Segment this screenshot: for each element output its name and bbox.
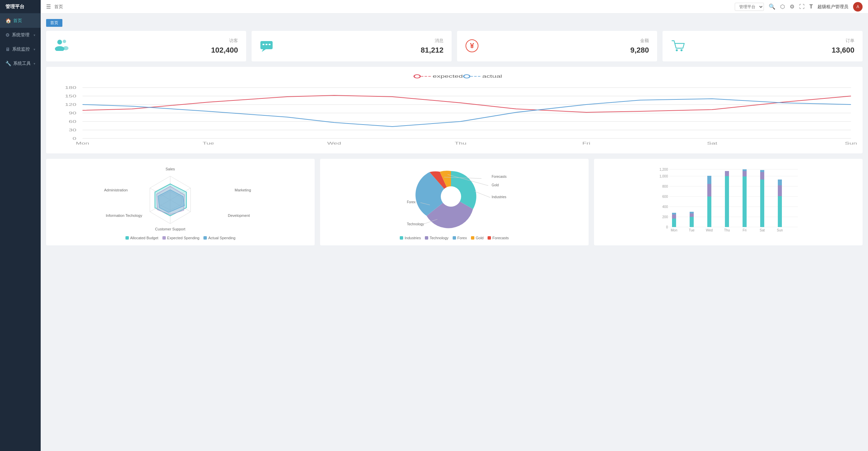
svg-text:Development: Development xyxy=(228,213,250,218)
visitors-info: 访客 102,400 xyxy=(75,38,238,55)
font-icon[interactable]: T xyxy=(809,4,813,10)
svg-text:180: 180 xyxy=(65,86,77,90)
svg-text:200: 200 xyxy=(662,215,668,219)
bar-chart: 0 200 400 600 800 1,000 1,200 xyxy=(599,164,857,232)
legend-forecasts: Forecasts xyxy=(488,236,509,240)
svg-text:Sun: Sun xyxy=(777,228,783,232)
orders-value: 13,600 xyxy=(691,46,854,55)
svg-rect-92 xyxy=(743,171,747,176)
svg-rect-87 xyxy=(707,184,711,196)
fullscreen-icon[interactable]: ⛶ xyxy=(799,4,805,10)
svg-point-12 xyxy=(680,49,683,51)
svg-text:¥: ¥ xyxy=(470,41,474,50)
system-tools-icon: 🔧 xyxy=(5,61,11,66)
yen-icon: ¥ xyxy=(465,39,479,54)
sidebar-tools-label: 系统工具 xyxy=(13,60,34,67)
svg-rect-90 xyxy=(725,171,729,176)
pie-chart: Forecasts Gold Industries Forex Technolo… xyxy=(326,164,583,232)
chevron-down-icon-2: ▾ xyxy=(34,48,35,51)
platform-select[interactable]: 管理平台 xyxy=(735,3,764,11)
svg-point-1 xyxy=(55,46,64,51)
messages-label: 消息 xyxy=(279,38,443,44)
stat-card-amount: ¥ 金额 9,280 xyxy=(457,31,657,61)
svg-point-2 xyxy=(63,40,66,43)
svg-rect-7 xyxy=(269,44,271,45)
pie-legend: Industries Technology Forex Gold xyxy=(326,236,583,240)
amount-value: 9,280 xyxy=(484,46,649,55)
expected-dot xyxy=(162,236,166,240)
visitors-icon xyxy=(54,39,69,54)
svg-text:800: 800 xyxy=(662,185,668,188)
sidebar-item-system-manage[interactable]: ⚙ 系统管理 ▾ xyxy=(0,28,41,42)
svg-text:Thu: Thu xyxy=(455,141,467,145)
svg-text:90: 90 xyxy=(69,111,76,115)
visitors-label: 访客 xyxy=(75,38,238,44)
svg-rect-81 xyxy=(672,214,676,219)
svg-text:400: 400 xyxy=(662,205,668,209)
orders-label: 订单 xyxy=(691,38,854,44)
legend-actual: Actual Spending xyxy=(203,236,235,240)
svg-text:Sales: Sales xyxy=(165,167,175,171)
svg-text:Gold: Gold xyxy=(492,183,499,187)
svg-text:30: 30 xyxy=(69,128,76,132)
avatar: A xyxy=(853,2,863,12)
svg-point-3 xyxy=(63,46,68,50)
svg-rect-95 xyxy=(760,172,764,180)
svg-rect-86 xyxy=(707,196,711,227)
sidebar-item-system-monitor[interactable]: 🖥 系统监控 ▾ xyxy=(0,42,41,56)
messages-value: 81,212 xyxy=(279,46,443,55)
svg-text:150: 150 xyxy=(65,94,77,98)
legend-industries: Industries xyxy=(400,236,421,240)
industries-dot xyxy=(400,236,403,240)
settings-icon[interactable]: ⚙ xyxy=(790,3,794,10)
legend-expected: Expected Spending xyxy=(162,236,199,240)
allocated-dot xyxy=(125,236,129,240)
content-area: 首页 访客 102,400 xyxy=(41,14,868,451)
sidebar: 管理平台 🏠 首页 ⚙ 系统管理 ▾ 🖥 系统监控 ▾ 🔧 系统工具 ▾ xyxy=(0,0,41,451)
menu-icon[interactable]: ☰ xyxy=(46,3,51,10)
svg-point-13 xyxy=(414,75,420,78)
svg-rect-89 xyxy=(725,176,729,227)
svg-rect-82 xyxy=(672,213,676,214)
svg-rect-97 xyxy=(778,196,782,227)
svg-rect-94 xyxy=(760,180,764,227)
svg-text:600: 600 xyxy=(662,195,668,199)
legend-gold: Gold xyxy=(471,236,484,240)
sidebar-item-system-tools[interactable]: 🔧 系统工具 ▾ xyxy=(0,56,41,71)
svg-rect-5 xyxy=(262,44,264,45)
svg-text:Administration: Administration xyxy=(104,188,128,192)
radar-legend: Allocated Budget Expected Spending Actua… xyxy=(52,236,309,240)
svg-rect-84 xyxy=(690,213,694,217)
svg-rect-99 xyxy=(778,180,782,185)
svg-rect-91 xyxy=(743,176,747,227)
svg-rect-80 xyxy=(672,219,676,227)
sidebar-manage-label: 系统管理 xyxy=(12,32,34,38)
svg-text:0: 0 xyxy=(666,225,668,229)
actual-label: Actual Spending xyxy=(208,236,235,240)
stat-cards: 访客 102,400 消息 81,212 xyxy=(46,31,863,61)
svg-text:Tue: Tue xyxy=(689,228,695,232)
breadcrumb-tag: 首页 xyxy=(46,19,62,27)
chevron-down-icon: ▾ xyxy=(34,33,35,37)
svg-text:Marketing: Marketing xyxy=(235,188,251,192)
amount-info: 金额 9,280 xyxy=(484,38,649,55)
svg-text:Customer Support: Customer Support xyxy=(155,227,185,231)
header-breadcrumb: 首页 xyxy=(54,4,63,10)
svg-point-0 xyxy=(57,40,62,44)
svg-point-11 xyxy=(676,49,678,51)
gold-label: Gold xyxy=(476,236,484,240)
github-icon[interactable]: ⬡ xyxy=(780,3,785,10)
svg-text:Mon: Mon xyxy=(76,141,89,145)
svg-point-16 xyxy=(463,75,470,78)
svg-text:1,200: 1,200 xyxy=(659,168,668,171)
svg-rect-85 xyxy=(690,212,694,213)
gold-dot xyxy=(471,236,474,240)
line-chart-container: expected actual 0 30 60 90 120 150 xyxy=(46,67,863,153)
sidebar-item-home[interactable]: 🏠 首页 xyxy=(0,14,41,28)
svg-rect-83 xyxy=(690,217,694,227)
username-label: 超级租户管理员 xyxy=(817,4,848,10)
svg-text:Mon: Mon xyxy=(671,228,677,232)
search-icon[interactable]: 🔍 xyxy=(769,3,775,10)
legend-allocated: Allocated Budget xyxy=(125,236,158,240)
svg-text:Fri: Fri xyxy=(743,228,747,232)
